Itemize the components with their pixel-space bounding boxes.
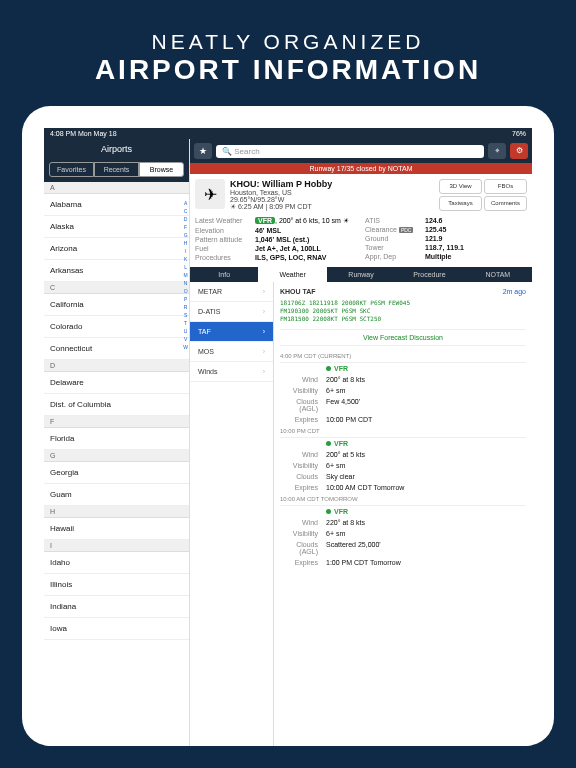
detail-row: Tower118.7, 119.1 bbox=[365, 243, 527, 252]
alpha-index[interactable]: A C D F G H I K L M N O P R S T U V W bbox=[183, 199, 188, 351]
list-item[interactable]: California bbox=[44, 294, 189, 316]
list-item[interactable]: Idaho bbox=[44, 552, 189, 574]
tablet-frame: 4:08 PM Mon May 18 76% Airports Favorite… bbox=[22, 106, 554, 746]
details-right: ATIS124.6ClearancePDC125.45Ground121.9To… bbox=[365, 216, 527, 262]
app-body: Airports Favorites Recents Browse AAlaba… bbox=[44, 139, 532, 746]
btn-fbos[interactable]: FBOs bbox=[484, 179, 527, 194]
btn-3dview[interactable]: 3D View bbox=[439, 179, 482, 194]
section-header: F bbox=[44, 416, 189, 428]
forecast-discussion-link[interactable]: View Forecast Discussion bbox=[280, 329, 526, 346]
btn-comments[interactable]: Comments bbox=[484, 196, 527, 211]
tab-info[interactable]: Info bbox=[190, 267, 258, 282]
list-item[interactable]: Connecticut bbox=[44, 338, 189, 360]
weather-content: METAR›D-ATIS›TAF›MOS›Winds› KHOU TAF2m a… bbox=[190, 282, 532, 746]
airport-header: ✈ KHOU: William P Hobby Houston, Texas, … bbox=[190, 174, 532, 216]
wx-menu-metar[interactable]: METAR› bbox=[190, 282, 273, 302]
screen: 4:08 PM Mon May 18 76% Airports Favorite… bbox=[44, 128, 532, 746]
seg-favorites[interactable]: Favorites bbox=[49, 162, 94, 177]
seg-recents[interactable]: Recents bbox=[94, 162, 139, 177]
airport-details: Latest WeatherVFR, 200° at 6 kts, 10 sm … bbox=[190, 216, 532, 267]
section-header: C bbox=[44, 282, 189, 294]
segmented-control: Favorites Recents Browse bbox=[44, 159, 189, 182]
list-item[interactable]: Guam bbox=[44, 484, 189, 506]
detail-row: Ground121.9 bbox=[365, 234, 527, 243]
weather-menu: METAR›D-ATIS›TAF›MOS›Winds› bbox=[190, 282, 274, 746]
detail-row: FuelJet A+, Jet A, 100LL bbox=[195, 244, 357, 253]
topbar: ★ 🔍 Search ⌖ ⚙ bbox=[190, 139, 532, 163]
hero-title: AIRPORT INFORMATION bbox=[0, 54, 576, 86]
main-panel: ★ 🔍 Search ⌖ ⚙ Runway 17/35 closed by NO… bbox=[190, 139, 532, 746]
list-item[interactable]: Florida bbox=[44, 428, 189, 450]
search-input[interactable]: 🔍 Search bbox=[216, 145, 484, 158]
wx-menu-d-atis[interactable]: D-ATIS› bbox=[190, 302, 273, 322]
detail-row: Appr, DepMultiple bbox=[365, 252, 527, 261]
list-item[interactable]: Arizona bbox=[44, 238, 189, 260]
airport-location: Houston, Texas, US bbox=[230, 189, 434, 196]
airport-action-buttons: 3D View FBOs Taxiways Comments bbox=[439, 179, 527, 211]
seg-browse[interactable]: Browse bbox=[139, 162, 184, 177]
sidebar-title: Airports bbox=[44, 139, 189, 159]
detail-row: Latest WeatherVFR, 200° at 6 kts, 10 sm … bbox=[195, 216, 357, 226]
section-header: D bbox=[44, 360, 189, 372]
btn-taxiways[interactable]: Taxiways bbox=[439, 196, 482, 211]
detail-row: ProceduresILS, GPS, LOC, RNAV bbox=[195, 253, 357, 262]
tab-weather[interactable]: Weather bbox=[258, 267, 326, 282]
detail-row: ClearancePDC125.45 bbox=[365, 225, 527, 234]
section-header: H bbox=[44, 506, 189, 518]
list-item[interactable]: Iowa bbox=[44, 618, 189, 640]
list-item[interactable]: Arkansas bbox=[44, 260, 189, 282]
section-header: I bbox=[44, 540, 189, 552]
wx-menu-winds[interactable]: Winds› bbox=[190, 362, 273, 382]
airport-diagram-icon: ✈ bbox=[195, 179, 225, 209]
list-item[interactable]: Dist. of Columbia bbox=[44, 394, 189, 416]
hero-subtitle: NEATLY ORGANIZED bbox=[0, 30, 576, 54]
tab-notam[interactable]: NOTAM bbox=[464, 267, 532, 282]
list-item[interactable]: Illinois bbox=[44, 574, 189, 596]
airport-info: KHOU: William P Hobby Houston, Texas, US… bbox=[230, 179, 434, 211]
detail-row: Pattern altitude1,046' MSL (est.) bbox=[195, 235, 357, 244]
tab-procedure[interactable]: Procedure bbox=[395, 267, 463, 282]
airport-title: KHOU: William P Hobby bbox=[230, 179, 434, 189]
favorite-button[interactable]: ★ bbox=[194, 143, 212, 159]
weather-body[interactable]: KHOU TAF2m ago181706Z 18211918 20008KT P… bbox=[274, 282, 532, 746]
section-header: G bbox=[44, 450, 189, 462]
detail-row: Elevation46' MSL bbox=[195, 226, 357, 235]
hero: NEATLY ORGANIZED AIRPORT INFORMATION bbox=[0, 0, 576, 106]
section-header: A bbox=[44, 182, 189, 194]
list-item[interactable]: Georgia bbox=[44, 462, 189, 484]
tab-runway[interactable]: Runway bbox=[327, 267, 395, 282]
airport-sun: ☀ 6:25 AM | 8:09 PM CDT bbox=[230, 203, 434, 211]
list-item[interactable]: Hawaii bbox=[44, 518, 189, 540]
list-item[interactable]: Colorado bbox=[44, 316, 189, 338]
state-list[interactable]: AAlabamaAlaskaArizonaArkansasCCalifornia… bbox=[44, 182, 189, 746]
tabs: Info Weather Runway Procedure NOTAM bbox=[190, 267, 532, 282]
status-battery: 76% bbox=[512, 130, 526, 137]
list-item[interactable]: Alabama bbox=[44, 194, 189, 216]
locate-button[interactable]: ⌖ bbox=[488, 143, 506, 159]
wx-menu-taf[interactable]: TAF› bbox=[190, 322, 273, 342]
list-item[interactable]: Alaska bbox=[44, 216, 189, 238]
wx-menu-mos[interactable]: MOS› bbox=[190, 342, 273, 362]
details-left: Latest WeatherVFR, 200° at 6 kts, 10 sm … bbox=[195, 216, 357, 262]
detail-row: ATIS124.6 bbox=[365, 216, 527, 225]
notam-banner[interactable]: Runway 17/35 closed by NOTAM bbox=[190, 163, 532, 174]
settings-button[interactable]: ⚙ bbox=[510, 143, 528, 159]
sidebar: Airports Favorites Recents Browse AAlaba… bbox=[44, 139, 190, 746]
list-item[interactable]: Delaware bbox=[44, 372, 189, 394]
airport-coords: 29.65°N/95.28°W bbox=[230, 196, 434, 203]
status-bar: 4:08 PM Mon May 18 76% bbox=[44, 128, 532, 139]
status-time: 4:08 PM Mon May 18 bbox=[50, 130, 117, 137]
list-item[interactable]: Indiana bbox=[44, 596, 189, 618]
